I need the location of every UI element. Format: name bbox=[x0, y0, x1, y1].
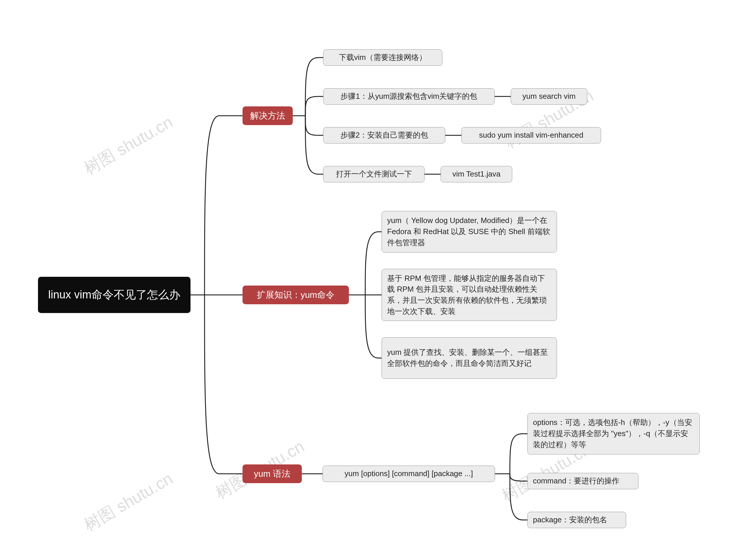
leaf-syntax-package[interactable]: package：安装的包名 bbox=[528, 512, 626, 528]
leaf-solution-step2-cmd[interactable]: sudo yum install vim-enhanced bbox=[461, 127, 601, 143]
leaf-solution-test[interactable]: 打开一个文件测试一下 bbox=[323, 166, 424, 182]
leaf-solution-step1-cmd[interactable]: yum search vim bbox=[511, 88, 587, 104]
root-node[interactable]: linux vim命令不见了怎么办 bbox=[38, 277, 190, 313]
leaf-solution-download[interactable]: 下载vim（需要连接网络） bbox=[323, 49, 442, 66]
watermark: 树图 shutu.cn bbox=[80, 111, 177, 180]
branch-solution[interactable]: 解决方法 bbox=[242, 107, 293, 125]
leaf-syntax-usage[interactable]: yum [options] [command] [package ...] bbox=[323, 466, 495, 482]
leaf-extend-desc2[interactable]: 基于 RPM 包管理，能够从指定的服务器自动下载 RPM 包并且安装，可以自动处… bbox=[381, 269, 557, 321]
branch-extend[interactable]: 扩展知识：yum命令 bbox=[242, 285, 349, 304]
leaf-syntax-command[interactable]: command：要进行的操作 bbox=[528, 473, 638, 489]
leaf-solution-test-cmd[interactable]: vim Test1.java bbox=[441, 166, 512, 182]
leaf-extend-desc3[interactable]: yum 提供了查找、安装、删除某一个、一组甚至全部软件包的命令，而且命令简洁而又… bbox=[381, 337, 557, 379]
leaf-solution-step1[interactable]: 步骤1：从yum源搜索包含vim关键字的包 bbox=[323, 88, 495, 104]
watermark: 树图 shutu.cn bbox=[80, 468, 177, 536]
leaf-syntax-options[interactable]: options：可选，选项包括-h（帮助），-y（当安装过程提示选择全部为 "y… bbox=[528, 413, 700, 454]
leaf-solution-step2[interactable]: 步骤2：安装自己需要的包 bbox=[323, 127, 445, 143]
branch-syntax[interactable]: yum 语法 bbox=[242, 464, 302, 483]
leaf-extend-desc1[interactable]: yum（ Yellow dog Updater, Modified）是一个在 F… bbox=[381, 211, 557, 253]
